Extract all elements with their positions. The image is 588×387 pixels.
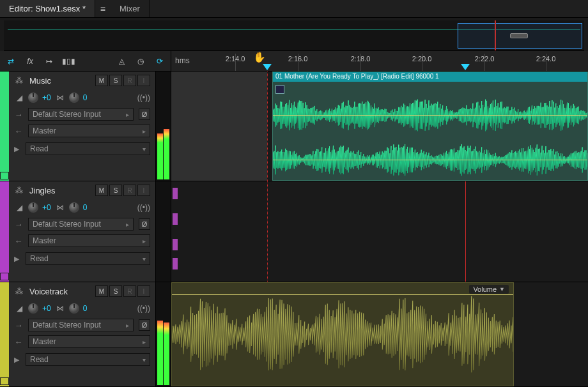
mute-button[interactable]: M: [95, 185, 108, 196]
solo-button[interactable]: S: [109, 185, 122, 196]
tab-mixer[interactable]: Mixer: [111, 0, 150, 17]
audio-clip-music[interactable]: 01 Mother (Are You Ready To Play_) [Radi…: [272, 72, 588, 181]
track-color-bar[interactable]: [0, 282, 9, 386]
mute-button[interactable]: M: [95, 75, 108, 86]
volume-value[interactable]: +0: [42, 203, 51, 212]
tracks-area: ⁂MusicMSRI◢+0⋈0((•))→Default Stereo Inpu…: [0, 72, 588, 387]
overview-playhead[interactable]: [495, 20, 496, 50]
track-color-toggle[interactable]: [0, 172, 9, 179]
track-lane[interactable]: Volume▼: [171, 282, 588, 386]
track-name[interactable]: Music: [29, 76, 90, 86]
pan-value[interactable]: 0: [83, 93, 88, 102]
waveform-icon: ⁂: [14, 186, 24, 195]
timeline-units-label[interactable]: hms: [175, 56, 190, 65]
output-select[interactable]: Master▸: [28, 234, 150, 247]
lane-playhead[interactable]: [465, 181, 466, 282]
track-color-bar[interactable]: [0, 72, 9, 181]
tool-loop-icon[interactable]: ⟳: [154, 56, 166, 67]
overview-strip[interactable]: [4, 20, 584, 51]
volume-knob[interactable]: [28, 202, 38, 213]
input-select[interactable]: Default Stereo Input▸: [28, 108, 134, 121]
input-arrow-icon: →: [14, 220, 23, 229]
automation-mode-select[interactable]: Read▾: [26, 353, 150, 366]
pan-knob[interactable]: [69, 202, 79, 213]
stereo-icon[interactable]: ((•)): [137, 203, 150, 212]
tool-eq-icon[interactable]: ▮▯▮: [63, 56, 74, 67]
pan-knob[interactable]: [69, 93, 79, 103]
pan-icon: ⋈: [55, 304, 65, 313]
tool-send-icon[interactable]: ↦: [43, 56, 55, 67]
waveform-icon: ⁂: [14, 76, 24, 85]
input-arrow-icon: →: [14, 321, 23, 330]
volume-knob[interactable]: [28, 303, 38, 314]
playhead-marker-in[interactable]: [263, 51, 272, 71]
lane-playhead-dashed: [267, 72, 268, 181]
audio-clip-jingle[interactable]: [175, 258, 178, 269]
waveform-icon: ⁂: [14, 287, 24, 296]
stereo-icon[interactable]: ((•)): [137, 304, 150, 313]
envelope-line[interactable]: [273, 160, 587, 160]
track-color-bar[interactable]: [0, 181, 9, 282]
volume-knob[interactable]: [28, 93, 38, 103]
pan-icon: ⋈: [55, 93, 65, 102]
clip-title: 01 Mother (Are You Ready To Play_) [Radi…: [273, 72, 587, 82]
stereo-icon[interactable]: ((•)): [137, 93, 150, 102]
envelope-line[interactable]: [172, 294, 513, 295]
waveform: [172, 289, 513, 379]
record-button[interactable]: R: [123, 285, 136, 297]
track-toolbox: ⇄ fx ↦ ▮▯▮ ◬ ◷ ⟳: [0, 51, 171, 71]
volume-value[interactable]: +0: [42, 93, 51, 102]
output-select[interactable]: Master▸: [28, 125, 150, 137]
track-name[interactable]: Jingles: [29, 186, 90, 195]
phase-invert-button[interactable]: Ø: [139, 218, 150, 230]
volume-value[interactable]: +0: [42, 304, 51, 313]
track-lane[interactable]: 01 Mother (Are You Ready To Play_) [Radi…: [171, 72, 588, 181]
automation-disclose-icon[interactable]: ▶: [14, 356, 20, 364]
audio-clip-jingle[interactable]: [175, 188, 178, 199]
track-name[interactable]: Voicetrack: [29, 287, 90, 296]
automation-mode-select[interactable]: Read▾: [26, 142, 150, 155]
input-monitor-button[interactable]: I: [137, 185, 150, 196]
volume-icon: ◢: [14, 93, 24, 102]
record-button[interactable]: R: [123, 185, 136, 196]
clip-fx-icon[interactable]: [275, 85, 284, 94]
clip-automation-select[interactable]: Volume▼: [469, 285, 509, 294]
track-color-toggle[interactable]: [0, 273, 9, 280]
input-monitor-button[interactable]: I: [137, 285, 150, 297]
automation-disclose-icon[interactable]: ▶: [14, 145, 20, 153]
phase-invert-button[interactable]: Ø: [139, 319, 150, 331]
solo-button[interactable]: S: [109, 75, 122, 86]
input-select[interactable]: Default Stereo Input▸: [28, 218, 134, 231]
tab-menu-icon[interactable]: ≡: [95, 0, 111, 17]
overview-scroll-handle[interactable]: [510, 33, 528, 38]
tool-metronome-icon[interactable]: ◷: [135, 56, 146, 67]
track-voicetrack: ⁂VoicetrackMSRI◢+0⋈0((•))→Default Stereo…: [0, 282, 588, 387]
audio-clip-jingle[interactable]: [175, 239, 178, 250]
tool-snap-icon[interactable]: ◬: [116, 56, 127, 67]
mute-button[interactable]: M: [95, 285, 108, 297]
tool-swap-icon[interactable]: ⇄: [5, 56, 17, 67]
tool-fx-icon[interactable]: fx: [24, 56, 36, 67]
pan-value[interactable]: 0: [83, 203, 88, 212]
output-select[interactable]: Master▸: [28, 335, 150, 348]
timeline-ruler[interactable]: hms 2:14.02:16.02:18.02:20.02:22.02:24.0…: [171, 51, 588, 71]
solo-button[interactable]: S: [109, 285, 122, 297]
empty-region: [171, 72, 267, 181]
playhead-marker-out[interactable]: [461, 51, 470, 71]
track-jingles: ⁂JinglesMSRI◢+0⋈0((•))→Default Stereo In…: [0, 181, 588, 282]
track-lane[interactable]: [171, 181, 588, 282]
automation-disclose-icon[interactable]: ▶: [14, 255, 20, 263]
pan-knob[interactable]: [69, 303, 79, 314]
audio-clip-voice[interactable]: [171, 282, 514, 386]
envelope-line[interactable]: [273, 115, 587, 116]
input-monitor-button[interactable]: I: [137, 75, 150, 86]
output-arrow-icon: ←: [14, 126, 23, 136]
tab-editor[interactable]: Editor: Show1.sesx *: [0, 0, 95, 17]
pan-value[interactable]: 0: [83, 304, 88, 313]
automation-mode-select[interactable]: Read▾: [26, 252, 150, 265]
record-button[interactable]: R: [123, 75, 136, 86]
audio-clip-jingle[interactable]: [175, 213, 178, 225]
track-color-toggle[interactable]: [0, 377, 9, 385]
phase-invert-button[interactable]: Ø: [139, 109, 150, 120]
input-select[interactable]: Default Stereo Input▸: [28, 319, 134, 331]
